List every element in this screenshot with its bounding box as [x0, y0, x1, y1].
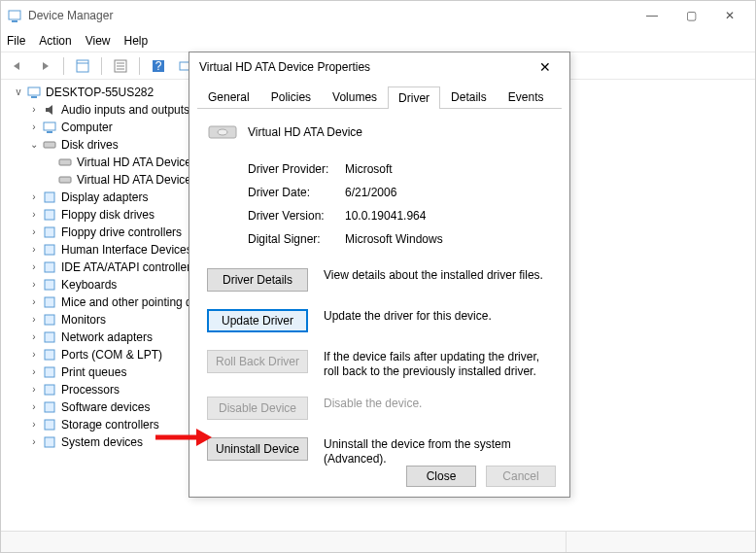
menu-view[interactable]: View [86, 34, 111, 48]
driver-details-desc: View details about the installed driver … [324, 268, 552, 283]
svg-rect-14 [44, 122, 55, 130]
svg-rect-18 [59, 177, 71, 183]
nav-forward-icon[interactable] [34, 55, 55, 77]
tab-general[interactable]: General [197, 86, 260, 108]
tree-item-label: Virtual HD ATA Device [77, 171, 191, 189]
toolbar-help-icon[interactable]: ? [148, 55, 169, 77]
tree-item-label: Software devices [61, 398, 150, 416]
device-name: Virtual HD ATA Device [248, 125, 362, 139]
tree-item-label: System devices [61, 433, 143, 451]
svg-rect-24 [45, 280, 54, 290]
disk-drive-icon [57, 155, 73, 170]
properties-dialog: Virtual HD ATA Device Properties ✕ Gener… [189, 52, 570, 498]
svg-rect-25 [45, 297, 54, 307]
category-icon [42, 137, 57, 153]
svg-rect-31 [45, 402, 54, 412]
tab-events[interactable]: Events [498, 86, 555, 108]
close-button[interactable]: Close [406, 466, 476, 487]
driver-details-button[interactable]: Driver Details [207, 268, 308, 292]
driver-provider-value: Microsoft [345, 162, 393, 176]
category-icon [42, 329, 57, 345]
tree-item-label: Display adapters [61, 189, 148, 206]
disable-device-desc: Disable the device. [324, 397, 552, 411]
svg-rect-17 [59, 159, 71, 165]
category-icon [42, 294, 57, 310]
roll-back-driver-button: Roll Back Driver [207, 350, 308, 373]
tree-item-label: Human Interface Devices [61, 241, 192, 259]
disk-drive-icon [57, 172, 73, 188]
svg-rect-0 [9, 11, 20, 19]
tree-item-label: Audio inputs and outputs [61, 101, 189, 119]
toolbar-properties-icon[interactable] [110, 55, 131, 77]
window-minimize[interactable]: — [633, 3, 671, 28]
tree-item-label: Storage controllers [61, 416, 159, 433]
menu-file[interactable]: File [7, 34, 25, 48]
svg-rect-13 [31, 96, 37, 98]
app-icon [7, 8, 22, 23]
driver-date-label: Driver Date: [248, 186, 345, 199]
tab-volumes[interactable]: Volumes [322, 86, 388, 108]
svg-rect-16 [44, 142, 55, 148]
svg-rect-32 [45, 420, 54, 430]
tab-driver[interactable]: Driver [388, 86, 440, 109]
driver-version-value: 10.0.19041.964 [345, 209, 426, 223]
tree-item-label: Disk drives [61, 136, 119, 154]
update-driver-button[interactable]: Update Driver [207, 309, 308, 332]
tree-item-label: Print queues [61, 363, 126, 381]
svg-rect-19 [45, 192, 54, 202]
dialog-close-button[interactable]: ✕ [531, 53, 560, 81]
uninstall-device-button[interactable]: Uninstall Device [207, 437, 308, 461]
category-icon [42, 120, 57, 135]
svg-text:?: ? [155, 59, 162, 73]
category-icon [42, 242, 57, 258]
svg-rect-2 [77, 60, 88, 72]
tree-item-label: Floppy drive controllers [61, 224, 182, 241]
menu-action[interactable]: Action [39, 34, 71, 48]
category-icon [42, 364, 57, 380]
window-maximize[interactable]: ▢ [671, 3, 710, 28]
toolbar-view-icon[interactable] [72, 55, 93, 77]
tree-item-label: Monitors [61, 311, 106, 328]
menu-help[interactable]: Help [124, 34, 149, 48]
dialog-title: Virtual HD ATA Device Properties [199, 60, 531, 74]
tree-item-label: Virtual HD ATA Device [77, 154, 191, 171]
tree-item-label: Keyboards [61, 276, 117, 294]
svg-rect-15 [47, 131, 52, 133]
disk-drive-icon [207, 121, 238, 144]
tree-item-label: IDE ATA/ATAPI controllers [61, 259, 196, 276]
category-icon [42, 347, 57, 363]
tree-item-label: Computer [61, 119, 113, 136]
category-icon [42, 225, 57, 240]
svg-rect-27 [45, 332, 54, 342]
svg-rect-26 [45, 315, 54, 325]
roll-back-driver-desc: If the device fails after updating the d… [324, 350, 552, 379]
category-icon [42, 434, 57, 450]
tree-item-label: Processors [61, 381, 120, 398]
svg-rect-22 [45, 245, 54, 255]
driver-date-value: 6/21/2006 [345, 186, 396, 199]
svg-rect-29 [45, 367, 54, 377]
driver-version-label: Driver Version: [248, 209, 345, 223]
svg-rect-1 [12, 20, 17, 22]
window-title: Device Manager [28, 9, 633, 22]
category-icon [42, 102, 57, 118]
tree-item-label: Floppy disk drives [61, 206, 155, 224]
dialog-tabs: General Policies Volumes Driver Details … [197, 86, 562, 109]
category-icon [42, 190, 57, 205]
svg-rect-21 [45, 227, 54, 237]
tree-item-label: Ports (COM & LPT) [61, 346, 162, 363]
digital-signer-label: Digital Signer: [248, 232, 345, 246]
svg-rect-33 [45, 437, 54, 447]
computer-icon [26, 85, 42, 100]
cancel-button: Cancel [486, 466, 556, 487]
category-icon [42, 399, 57, 415]
category-icon [42, 207, 57, 223]
nav-back-icon[interactable] [7, 55, 28, 77]
window-close[interactable]: ✕ [710, 3, 749, 28]
digital-signer-value: Microsoft Windows [345, 232, 443, 246]
category-icon [42, 382, 57, 397]
tab-policies[interactable]: Policies [260, 86, 322, 108]
svg-rect-28 [45, 350, 54, 360]
tab-details[interactable]: Details [440, 86, 498, 108]
svg-rect-30 [45, 385, 54, 395]
